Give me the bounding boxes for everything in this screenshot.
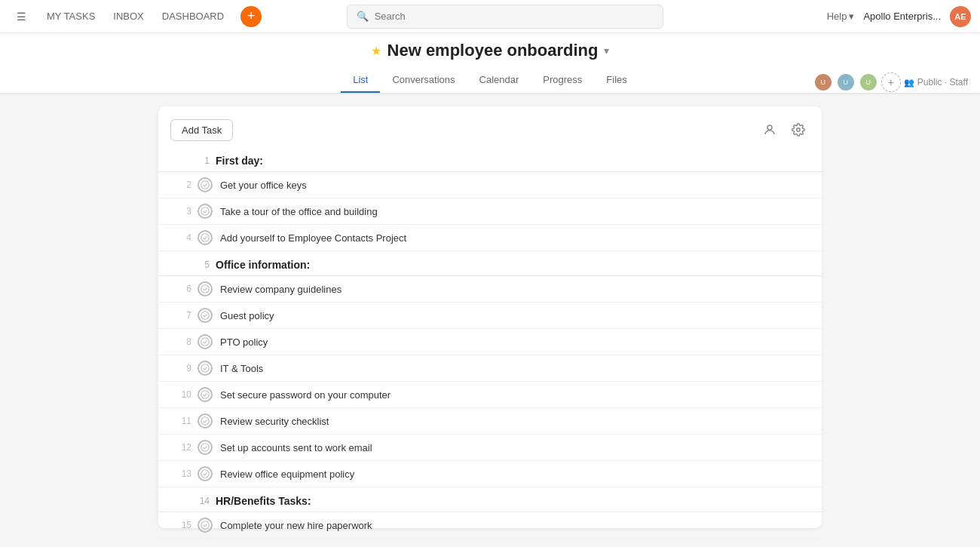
section-row: 14 HR/Benefits Tasks:	[158, 487, 822, 512]
task-label: Review office equipment policy	[220, 469, 354, 480]
member-avatar-1: U	[813, 72, 833, 92]
star-icon[interactable]: ★	[371, 44, 381, 58]
svg-point-6	[201, 312, 210, 320]
task-num: 6	[170, 284, 191, 294]
task-label: Get your office keys	[220, 180, 307, 191]
project-chevron-icon[interactable]: ▾	[604, 45, 609, 57]
svg-point-3	[201, 207, 210, 216]
gear-action-icon[interactable]	[787, 118, 810, 141]
section-title: HR/Benefits Tasks:	[216, 495, 311, 507]
svg-point-8	[201, 364, 210, 373]
tab-files[interactable]: Files	[594, 68, 639, 93]
tab-list[interactable]: List	[341, 68, 380, 93]
section-num: 14	[188, 496, 210, 506]
nav-right: Help ▾ Apollo Enterpris... AE	[827, 6, 971, 27]
search-input[interactable]	[375, 11, 654, 22]
help-chevron-icon: ▾	[849, 11, 854, 22]
task-row[interactable]: 6 Review company guidelines	[158, 276, 822, 303]
tab-conversations[interactable]: Conversations	[380, 68, 467, 93]
search-bar: 🔍	[347, 5, 663, 29]
task-row[interactable]: 4 Add yourself to Employee Contacts Proj…	[158, 225, 822, 251]
task-label: Complete your new hire paperwork	[220, 520, 372, 531]
hamburger-menu-icon[interactable]: ☰	[9, 5, 33, 29]
svg-point-11	[201, 444, 210, 452]
add-task-button[interactable]: Add Task	[170, 119, 233, 141]
task-num: 7	[170, 310, 191, 321]
task-list: 1 First day: 2 Get your office keys 3 Ta…	[158, 147, 822, 540]
task-num: 13	[170, 469, 191, 479]
task-checkbox[interactable]	[198, 440, 213, 455]
nav-links: MY TASKS INBOX DASHBOARD	[39, 6, 231, 26]
task-row[interactable]: 3 Take a tour of the office and building	[158, 198, 822, 225]
task-num: 9	[170, 363, 191, 373]
task-row[interactable]: 16 Enroll in benefits	[158, 539, 822, 540]
task-num: 12	[170, 442, 191, 453]
task-label: PTO policy	[220, 336, 268, 348]
tab-progress[interactable]: Progress	[531, 68, 594, 93]
task-row[interactable]: 2 Get your office keys	[158, 172, 822, 198]
task-checkbox[interactable]	[198, 518, 213, 533]
card-actions	[758, 118, 810, 141]
task-label: Review company guidelines	[220, 284, 341, 295]
person-action-icon[interactable]	[758, 118, 781, 141]
project-title-row: ★ New employee onboarding ▾	[371, 41, 610, 60]
task-checkbox[interactable]	[198, 334, 213, 349]
task-row[interactable]: 8 PTO policy	[158, 329, 822, 355]
search-icon: 🔍	[357, 11, 369, 22]
task-checkbox[interactable]	[198, 204, 213, 219]
svg-point-1	[797, 128, 801, 132]
nav-my-tasks[interactable]: MY TASKS	[39, 6, 103, 26]
member-avatar-3: U	[859, 72, 878, 92]
visibility-badge: 👥 Public · Staff	[904, 77, 968, 88]
task-num: 4	[170, 232, 191, 243]
svg-point-9	[201, 391, 210, 399]
task-label: IT & Tools	[220, 363, 263, 374]
task-row[interactable]: 11 Review security checklist	[158, 408, 822, 435]
tab-calendar[interactable]: Calendar	[467, 68, 531, 93]
section-title: Office information:	[216, 259, 310, 271]
task-label: Review security checklist	[220, 416, 329, 427]
task-label: Take a tour of the office and building	[220, 206, 378, 217]
section-num: 1	[188, 155, 210, 166]
task-num: 15	[170, 520, 191, 530]
task-label: Set secure password on your computer	[220, 389, 390, 401]
section-title: First day:	[216, 155, 263, 167]
task-checkbox[interactable]	[198, 361, 213, 376]
task-checkbox[interactable]	[198, 230, 213, 245]
task-label: Set up accounts sent to work email	[220, 442, 372, 453]
task-row[interactable]: 13 Review office equipment policy	[158, 461, 822, 487]
task-label: Guest policy	[220, 310, 274, 321]
add-member-button[interactable]: +	[881, 72, 901, 92]
add-button[interactable]: +	[240, 6, 262, 27]
task-checkbox[interactable]	[198, 177, 213, 192]
section-row: 5 Office information:	[158, 251, 822, 276]
svg-point-2	[201, 181, 210, 189]
project-title: New employee onboarding	[387, 41, 599, 60]
section-num: 5	[188, 260, 210, 270]
svg-point-12	[201, 470, 210, 478]
member-avatar-2: U	[836, 72, 856, 92]
visibility-icon: 👥	[904, 78, 914, 88]
nav-inbox[interactable]: INBOX	[106, 6, 151, 26]
task-row[interactable]: 10 Set secure password on your computer	[158, 382, 822, 408]
task-checkbox[interactable]	[198, 387, 213, 402]
svg-point-10	[201, 417, 210, 426]
help-button[interactable]: Help ▾	[827, 11, 855, 22]
user-avatar[interactable]: AE	[950, 6, 971, 27]
task-row[interactable]: 9 IT & Tools	[158, 355, 822, 382]
task-row[interactable]: 12 Set up accounts sent to work email	[158, 435, 822, 461]
task-checkbox[interactable]	[198, 281, 213, 297]
top-nav: ☰ MY TASKS INBOX DASHBOARD + 🔍 Help ▾ Ap…	[0, 0, 980, 33]
task-num: 11	[170, 416, 191, 426]
task-row[interactable]: 15 Complete your new hire paperwork	[158, 512, 822, 539]
task-checkbox[interactable]	[198, 466, 213, 481]
content-area: Add Task 1 First day: 2	[0, 94, 980, 540]
task-checkbox[interactable]	[198, 308, 213, 323]
task-card: Add Task 1 First day: 2	[158, 106, 822, 528]
members-row: U U U + 👥 Public · Staff	[813, 72, 968, 92]
task-row[interactable]: 7 Guest policy	[158, 303, 822, 329]
nav-dashboard[interactable]: DASHBOARD	[155, 6, 231, 26]
task-card-header: Add Task	[158, 115, 822, 147]
task-checkbox[interactable]	[198, 413, 213, 429]
project-tabs: List Conversations Calendar Progress Fil…	[341, 68, 639, 93]
